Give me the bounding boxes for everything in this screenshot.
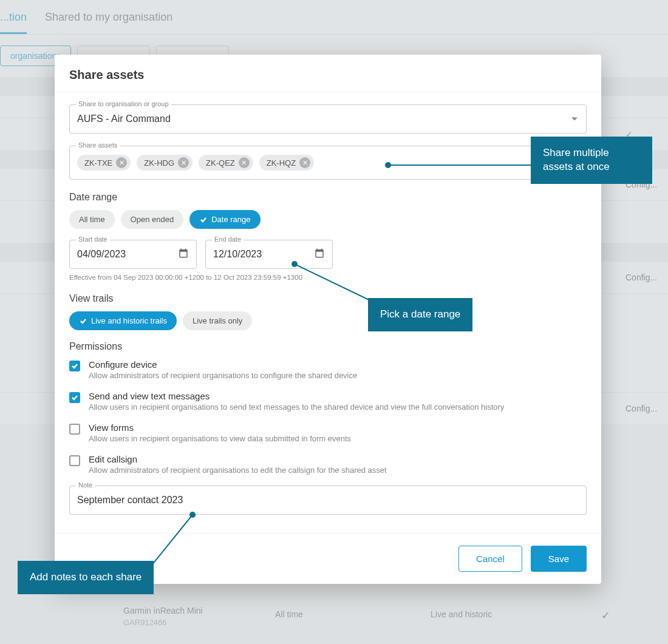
permission-title: Send and view text messages (89, 391, 504, 401)
asset-chip-label: ZK-TXE (84, 158, 112, 168)
permission-row-forms: View formsAllow users in recipient organ… (69, 422, 587, 443)
calendar-icon[interactable] (178, 248, 189, 261)
asset-chip-label: ZK-QEZ (206, 158, 235, 168)
share-assets-field[interactable]: Share assets ZK-TXE✕ZK-HDG✕ZK-QEZ✕ZK-HQZ… (69, 146, 587, 180)
effective-range-text: Effective from 04 Sep 2023 00:00:00 +120… (69, 274, 587, 281)
permission-desc: Allow administrators of recipient organi… (89, 466, 387, 475)
callout-dot (385, 162, 391, 168)
permission-checkbox-callsign[interactable] (69, 455, 80, 466)
start-date-label: Start date (76, 236, 110, 243)
note-field[interactable]: Note September contact 2023 (69, 486, 587, 515)
pill-live-only[interactable]: Live trails only (183, 311, 252, 330)
permission-row-callsign: Edit callsignAllow administrators of rec… (69, 454, 587, 475)
asset-chip: ZK-TXE✕ (77, 155, 131, 171)
asset-chip-label: ZK-HDG (144, 158, 174, 168)
date-range-title: Date range (69, 192, 587, 203)
check-icon (79, 317, 87, 325)
permissions-title: Permissions (69, 341, 587, 352)
modal-title: Share assets (69, 68, 587, 82)
view-trails-title: View trails (69, 293, 587, 304)
callout-date-range: Pick a date range (368, 298, 472, 331)
permission-desc: Allow users in recipient organisations t… (89, 434, 351, 443)
permission-checkbox-forms[interactable] (69, 424, 80, 435)
asset-chip: ZK-HQZ✕ (259, 155, 314, 171)
end-date-label: End date (212, 236, 244, 243)
asset-chip: ZK-HDG✕ (137, 155, 193, 171)
permission-title: Configure device (89, 359, 357, 370)
pill-all-time[interactable]: All time (69, 210, 115, 229)
close-icon[interactable]: ✕ (116, 157, 127, 168)
chevron-down-icon (571, 118, 578, 121)
callout-dot (291, 261, 298, 267)
check-icon (199, 215, 208, 224)
asset-chip: ZK-QEZ✕ (199, 155, 253, 171)
permission-checkbox-configure[interactable] (69, 361, 80, 371)
share-to-label: Share to organisation or group (76, 100, 171, 107)
calendar-icon[interactable] (314, 248, 325, 261)
permission-title: View forms (89, 422, 351, 433)
start-date-value: 04/09/2023 (77, 249, 126, 259)
callout-dot (189, 512, 196, 518)
permission-desc: Allow users in recipient organisations t… (89, 402, 504, 412)
callout-share-multiple: Share multiple assets at once (531, 137, 652, 184)
callout-add-notes: Add notes to each share (18, 561, 154, 594)
permission-row-configure: Configure deviceAllow administrators of … (69, 359, 587, 380)
view-trails-pills: Live and historic trails Live trails onl… (69, 311, 587, 330)
permission-checkbox-messages[interactable] (69, 392, 80, 403)
permission-desc: Allow administrators of recipient organi… (89, 371, 357, 380)
save-button[interactable]: Save (531, 546, 587, 572)
share-to-select[interactable]: Share to organisation or group AUFS - Ai… (69, 104, 587, 134)
permission-row-messages: Send and view text messagesAllow users i… (69, 391, 587, 412)
pill-live-historic[interactable]: Live and historic trails (69, 311, 177, 330)
asset-chip-label: ZK-HQZ (267, 158, 296, 168)
close-icon[interactable]: ✕ (299, 157, 310, 168)
cancel-button[interactable]: Cancel (458, 546, 522, 572)
permission-title: Edit callsign (89, 454, 387, 464)
share-to-value: AUFS - Air Command (77, 114, 171, 124)
end-date-value: 12/10/2023 (213, 249, 262, 259)
share-assets-label: Share assets (76, 141, 120, 149)
pill-date-range[interactable]: Date range (189, 210, 260, 229)
start-date-input[interactable]: Start date 04/09/2023 (69, 240, 197, 269)
close-icon[interactable]: ✕ (178, 157, 189, 168)
modal-header: Share assets (55, 55, 601, 92)
pill-open-ended[interactable]: Open ended (121, 210, 184, 229)
note-value: September contact 2023 (77, 495, 183, 505)
date-range-pills: All time Open ended Date range (69, 210, 587, 229)
close-icon[interactable]: ✕ (239, 157, 250, 168)
share-assets-modal: Share assets Share to organisation or gr… (55, 55, 601, 584)
note-label: Note (76, 481, 95, 489)
end-date-input[interactable]: End date 12/10/2023 (205, 240, 333, 269)
